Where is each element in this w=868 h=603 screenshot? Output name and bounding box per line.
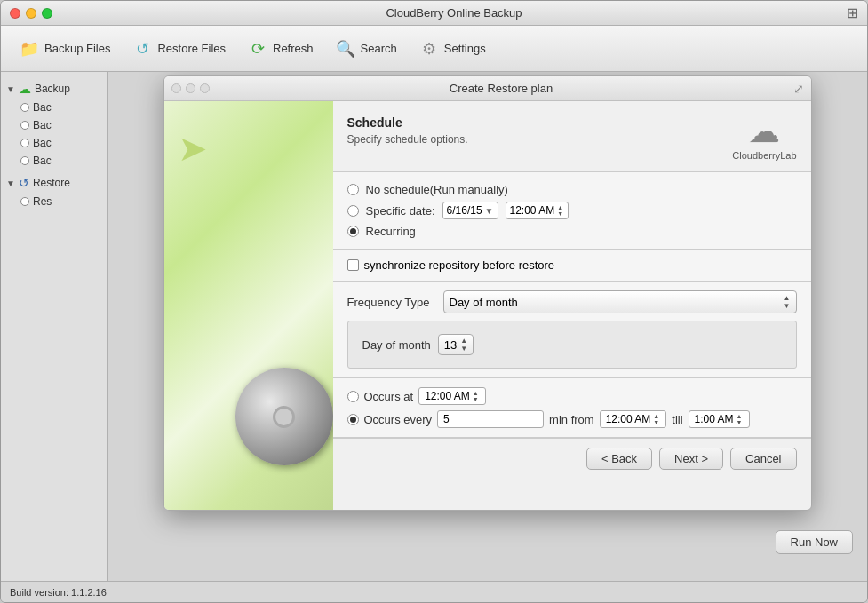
dom-down-icon[interactable]: ▼ bbox=[460, 345, 467, 353]
occurs-till-time-value: 1:00 AM bbox=[695, 413, 734, 425]
decorative-arrows: ➤ bbox=[178, 128, 208, 169]
backup-files-button[interactable]: 📁 Backup Files bbox=[10, 34, 119, 64]
occurs-from-time[interactable]: 12:00 AM ▲ ▼ bbox=[600, 410, 667, 428]
occurs-section: Occurs at 12:00 AM ▲ ▼ bbox=[333, 378, 811, 438]
occurs-at-up[interactable]: ▲ bbox=[472, 390, 480, 396]
time-up-button[interactable]: ▲ bbox=[556, 204, 564, 210]
search-label: Search bbox=[361, 42, 397, 55]
modal-minimize-button[interactable] bbox=[186, 83, 195, 93]
section-title: Schedule bbox=[347, 115, 733, 130]
specific-time-value: 12:00 AM bbox=[510, 204, 555, 217]
occurs-at-time[interactable]: 12:00 AM ▲ ▼ bbox=[418, 387, 486, 405]
modal-maximize-button[interactable] bbox=[200, 83, 210, 93]
dom-value: 13 bbox=[444, 338, 457, 352]
sidebar-item-res1[interactable]: Res bbox=[1, 193, 107, 210]
refresh-button[interactable]: ⟳ Refresh bbox=[238, 34, 323, 64]
sidebar-item-bac3[interactable]: Bac bbox=[1, 134, 107, 152]
occurs-at-down[interactable]: ▼ bbox=[472, 396, 480, 402]
close-button[interactable] bbox=[10, 8, 20, 19]
occurs-every-value: 5 bbox=[443, 413, 450, 425]
frequency-section: Frequency Type Day of month ▲ ▼ bbox=[333, 282, 811, 378]
cancel-button[interactable]: Cancel bbox=[730, 448, 796, 470]
settings-label: Settings bbox=[444, 42, 486, 55]
sidebar: ▼ ☁ Backup Bac Bac Bac B bbox=[1, 72, 108, 581]
occurs-at-stepper[interactable]: ▲ ▼ bbox=[472, 390, 480, 402]
modal-create-restore-plan: Create Restore plan ⤢ ➤ bbox=[163, 75, 812, 511]
run-now-area: Run Now bbox=[776, 530, 853, 554]
restore-icon: ↺ bbox=[131, 38, 153, 60]
frequency-type-select[interactable]: Day of month ▲ ▼ bbox=[443, 290, 797, 313]
refresh-label: Refresh bbox=[273, 42, 314, 55]
occurs-at-time-value: 12:00 AM bbox=[425, 390, 470, 402]
modal-traffic-lights bbox=[171, 83, 210, 93]
run-now-button[interactable]: Run Now bbox=[776, 530, 853, 554]
specific-date-label: Specific date: bbox=[366, 204, 435, 218]
freq-down-icon: ▼ bbox=[784, 302, 791, 310]
occurs-every-radio[interactable] bbox=[347, 414, 359, 425]
settings-button[interactable]: ⚙ Settings bbox=[410, 34, 495, 64]
disc-inner bbox=[273, 406, 295, 428]
date-dropdown-icon: ▼ bbox=[485, 206, 494, 216]
section-subtitle: Specify schedule options. bbox=[347, 133, 733, 146]
frequency-type-row: Frequency Type Day of month ▲ ▼ bbox=[347, 290, 797, 313]
frequency-selected-value: Day of month bbox=[450, 296, 518, 309]
sync-checkbox[interactable] bbox=[347, 259, 359, 271]
recurring-radio[interactable] bbox=[347, 226, 359, 237]
radio-icon bbox=[20, 156, 29, 165]
restore-files-button[interactable]: ↺ Restore Files bbox=[123, 34, 235, 64]
recurring-label: Recurring bbox=[366, 225, 416, 238]
sidebar-item-bac1[interactable]: Bac bbox=[1, 99, 107, 116]
backup-group: ▼ ☁ Backup Bac Bac Bac B bbox=[1, 79, 107, 170]
occurs-till-stepper[interactable]: ▲ ▼ bbox=[736, 413, 744, 425]
occurs-every-input[interactable]: 5 bbox=[437, 410, 544, 428]
radio-icon bbox=[20, 103, 29, 112]
radio-icon bbox=[20, 197, 29, 206]
resize-icon[interactable]: ⊞ bbox=[847, 4, 858, 21]
time-down-button[interactable]: ▼ bbox=[556, 210, 564, 217]
maximize-button[interactable] bbox=[42, 8, 52, 19]
sidebar-item-backup[interactable]: ▼ ☁ Backup bbox=[1, 79, 107, 99]
from-up[interactable]: ▲ bbox=[652, 413, 660, 419]
occurs-every-label: Occurs every bbox=[364, 413, 433, 426]
till-label: till bbox=[672, 413, 682, 426]
traffic-lights bbox=[10, 8, 52, 19]
settings-icon: ⚙ bbox=[418, 38, 440, 60]
specific-date-radio[interactable] bbox=[347, 205, 359, 217]
next-button[interactable]: Next > bbox=[659, 448, 723, 470]
sidebar-item-restore[interactable]: ▼ ↺ Restore bbox=[1, 173, 107, 193]
till-down[interactable]: ▼ bbox=[736, 419, 744, 425]
minimize-button[interactable] bbox=[26, 8, 36, 19]
search-button[interactable]: 🔍 Search bbox=[326, 34, 406, 64]
no-schedule-row: No schedule(Run manually) bbox=[347, 183, 797, 196]
occurs-at-row: Occurs at 12:00 AM ▲ ▼ bbox=[347, 387, 797, 405]
cloudberry-cloud-icon: ☁ bbox=[748, 115, 780, 147]
sidebar-item-bac4[interactable]: Bac bbox=[1, 152, 107, 170]
disclosure-arrow: ▼ bbox=[6, 84, 15, 94]
till-up[interactable]: ▲ bbox=[736, 413, 744, 419]
modal-footer: < Back Next > Cancel bbox=[333, 438, 811, 479]
recurring-row: Recurring bbox=[347, 225, 797, 238]
disc-decoration bbox=[235, 368, 333, 474]
from-down[interactable]: ▼ bbox=[652, 419, 660, 425]
no-schedule-radio[interactable] bbox=[347, 184, 359, 195]
modal-left-panel: ➤ bbox=[164, 101, 333, 510]
build-version: Build version: 1.1.2.16 bbox=[10, 587, 107, 598]
occurs-till-time[interactable]: 1:00 AM ▲ ▼ bbox=[689, 410, 750, 428]
dom-arrows[interactable]: ▲ ▼ bbox=[460, 337, 467, 353]
modal-close-button[interactable] bbox=[171, 83, 181, 93]
disclosure-arrow: ▼ bbox=[6, 179, 15, 188]
dom-label: Day of month bbox=[362, 338, 431, 352]
occurs-at-radio[interactable] bbox=[347, 391, 359, 402]
specific-date-row: Specific date: 6/16/15 ▼ 12:00 AM ▲ bbox=[347, 202, 797, 219]
sidebar-item-bac2[interactable]: Bac bbox=[1, 116, 107, 134]
radio-icon bbox=[20, 121, 29, 130]
modal-resize-icon[interactable]: ⤢ bbox=[793, 82, 804, 96]
back-button[interactable]: < Back bbox=[586, 448, 652, 470]
dom-up-icon[interactable]: ▲ bbox=[460, 337, 467, 345]
specific-time-input[interactable]: 12:00 AM ▲ ▼ bbox=[506, 202, 569, 219]
time-stepper[interactable]: ▲ ▼ bbox=[556, 204, 564, 217]
occurs-from-stepper[interactable]: ▲ ▼ bbox=[652, 413, 660, 425]
specific-date-input[interactable]: 6/16/15 ▼ bbox=[442, 202, 498, 219]
sync-row: synchronize repository before restore bbox=[333, 250, 811, 282]
dom-spinner[interactable]: 13 ▲ ▼ bbox=[438, 334, 474, 355]
